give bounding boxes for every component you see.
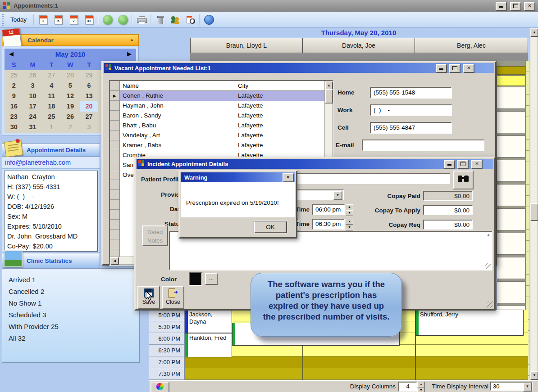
- color-legend-button[interactable]: [150, 382, 169, 392]
- today-button[interactable]: Today: [6, 15, 31, 24]
- calendar-day[interactable]: 19: [61, 101, 80, 112]
- interval-dropdown-button[interactable]: ▼: [523, 383, 532, 392]
- home-phone-field[interactable]: (555) 555-1548: [370, 87, 452, 99]
- schedule-slot[interactable]: [497, 281, 525, 303]
- calendar-day[interactable]: 1: [42, 122, 61, 132]
- calendar-day[interactable]: 23: [5, 112, 23, 122]
- calendar-day[interactable]: 3: [23, 81, 42, 91]
- calendar-day[interactable]: 2: [5, 81, 23, 91]
- calendar-day[interactable]: 18: [42, 101, 61, 112]
- print-button[interactable]: [135, 14, 148, 26]
- calendar-day[interactable]: 27: [42, 70, 61, 81]
- end-time-up-button[interactable]: ▲: [346, 219, 353, 225]
- collapse-icon[interactable]: ▲: [130, 37, 134, 42]
- scroll-left-button[interactable]: ◀: [110, 257, 119, 265]
- warning-titlebar[interactable]: Warning ✕: [181, 172, 295, 182]
- toolbar-grip[interactable]: [2, 14, 4, 26]
- table-row[interactable]: Hayman , John Lafayette: [110, 101, 324, 111]
- schedule-slot[interactable]: [497, 76, 525, 86]
- minimize-button[interactable]: [444, 160, 455, 169]
- calendar-day[interactable]: 26: [23, 70, 42, 81]
- patient-search-button[interactable]: [169, 14, 182, 26]
- copay-to-apply-field[interactable]: $0.00: [423, 205, 473, 215]
- calendar-day[interactable]: 6: [80, 81, 99, 91]
- end-time-down-button[interactable]: ▼: [346, 225, 353, 230]
- column-header-name[interactable]: Name: [120, 81, 235, 91]
- window-resize-grip[interactable]: [487, 302, 493, 308]
- textarea-resize-grip[interactable]: [485, 263, 491, 269]
- patient-search-button[interactable]: [453, 171, 474, 189]
- schedule-vscrollbar[interactable]: ▲ ▼: [530, 28, 538, 380]
- calendar-day[interactable]: 11: [42, 91, 61, 101]
- interval-select[interactable]: 30 ▼: [490, 382, 533, 391]
- end-time-field[interactable]: 06:30 pm: [312, 219, 345, 230]
- close-button[interactable]: ✕: [524, 2, 535, 11]
- table-row[interactable]: Baron , Sandy Lafayette: [110, 111, 324, 121]
- find-appointment-button[interactable]: [184, 14, 197, 26]
- calendar-day[interactable]: 26: [61, 112, 80, 122]
- beg-time-down-button[interactable]: ▼: [346, 210, 353, 216]
- color-picker-button[interactable]: ...: [205, 273, 218, 285]
- beg-time-field[interactable]: 06:00 pm: [312, 204, 345, 215]
- next-month-button[interactable]: ▶: [127, 50, 132, 57]
- email-field[interactable]: [362, 140, 484, 151]
- schedule-row[interactable]: [185, 368, 528, 380]
- appointment-block[interactable]: Hankton, Fred: [185, 333, 232, 357]
- calendar-day-today[interactable]: 20: [80, 101, 99, 112]
- vacant-titlebar[interactable]: Vacant Appointment Needed List:1 ✕: [104, 63, 494, 73]
- calendar-day[interactable]: 13: [80, 91, 99, 101]
- restore-button[interactable]: [510, 2, 521, 11]
- forward-button[interactable]: →: [116, 14, 129, 26]
- calendar-day[interactable]: 29: [80, 70, 99, 81]
- calendar-day[interactable]: 16: [5, 101, 23, 112]
- scroll-up-button[interactable]: ▲: [530, 28, 538, 37]
- calendar-day[interactable]: 5: [61, 81, 80, 91]
- schedule-slot[interactable]: [497, 208, 525, 230]
- scroll-thumb[interactable]: [325, 89, 333, 104]
- display-columns-input[interactable]: 4: [398, 382, 417, 392]
- beg-time-up-button[interactable]: ▲: [346, 204, 353, 210]
- schedule-slot[interactable]: [497, 87, 525, 109]
- calendar-day[interactable]: 17: [23, 101, 42, 112]
- minimize-button[interactable]: [496, 2, 507, 11]
- calendar-day[interactable]: 27: [80, 112, 99, 122]
- maximize-button[interactable]: [457, 160, 469, 169]
- workweek-view-button[interactable]: 5: [52, 14, 65, 26]
- scroll-thumb[interactable]: [530, 203, 538, 221]
- calendar-day[interactable]: 10: [23, 91, 42, 101]
- month-view-button[interactable]: 31: [82, 14, 96, 26]
- textarea-scroll-icon[interactable]: ▲: [487, 233, 490, 237]
- schedule-slot[interactable]: [497, 111, 525, 133]
- table-row[interactable]: ▶ Cohen , Ruthie Lafayette: [110, 91, 324, 101]
- calendar-day[interactable]: 2: [61, 122, 80, 132]
- back-button[interactable]: ←: [101, 14, 114, 26]
- column-header-city[interactable]: City: [235, 81, 324, 91]
- calendar-panel-header[interactable]: Calendar ▲: [2, 34, 139, 46]
- provider-dropdown-button[interactable]: ▼: [333, 191, 342, 200]
- schedule-slot[interactable]: [497, 66, 525, 75]
- schedule-slot[interactable]: [497, 135, 525, 158]
- close-button[interactable]: ✕: [463, 64, 474, 73]
- internet-button[interactable]: [202, 14, 215, 26]
- delete-button[interactable]: [153, 14, 166, 26]
- close-button[interactable]: ✕: [471, 160, 483, 169]
- schedule-slot[interactable]: [497, 257, 525, 279]
- week-view-button[interactable]: 7: [67, 14, 80, 26]
- table-row[interactable]: Vandelay , Art Lafayette: [110, 131, 324, 140]
- schedule-slot[interactable]: [497, 306, 525, 310]
- maximize-button[interactable]: [449, 64, 460, 73]
- patient-email-link[interactable]: info@planetrehab.com: [2, 157, 100, 169]
- table-row[interactable]: Kramer , Babs Lafayette: [110, 140, 324, 150]
- calendar-day[interactable]: 25: [42, 112, 61, 122]
- calendar-day[interactable]: 4: [42, 81, 61, 91]
- copay-req-field[interactable]: $0.00: [423, 220, 473, 230]
- ok-button[interactable]: OK: [254, 221, 287, 233]
- work-phone-field[interactable]: ( ) -: [370, 104, 452, 116]
- calendar-day[interactable]: 9: [5, 91, 23, 101]
- warning-close-button[interactable]: ✕: [283, 173, 294, 182]
- display-columns-down-button[interactable]: ▼: [417, 387, 425, 392]
- dated-notes-button[interactable]: Dated Notes: [142, 225, 168, 246]
- schedule-slot[interactable]: [497, 184, 525, 206]
- schedule-slot[interactable]: [497, 233, 525, 255]
- schedule-row[interactable]: [185, 345, 528, 356]
